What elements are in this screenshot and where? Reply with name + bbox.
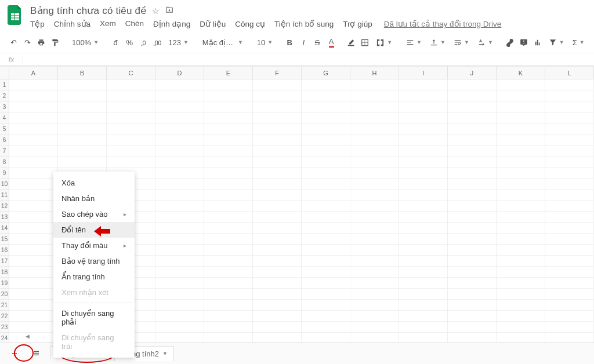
cell[interactable] bbox=[302, 79, 350, 90]
cell[interactable] bbox=[399, 112, 448, 123]
row-header[interactable]: 7 bbox=[0, 145, 9, 156]
text-rotation-icon[interactable]: ▼ bbox=[474, 35, 497, 49]
increase-decimal-icon[interactable]: .00→ bbox=[151, 35, 164, 49]
cell[interactable] bbox=[155, 300, 204, 311]
menu-insert[interactable]: Chèn bbox=[125, 19, 144, 28]
cell[interactable] bbox=[448, 156, 497, 168]
cell[interactable] bbox=[399, 134, 448, 145]
cell[interactable] bbox=[9, 201, 58, 212]
cell[interactable] bbox=[545, 267, 594, 278]
cell[interactable] bbox=[155, 223, 204, 234]
redo-icon[interactable]: ↷ bbox=[21, 35, 34, 49]
cell[interactable] bbox=[155, 112, 204, 123]
cell[interactable] bbox=[448, 322, 497, 333]
cell[interactable] bbox=[545, 311, 594, 322]
cell[interactable] bbox=[253, 190, 302, 201]
cell[interactable] bbox=[399, 145, 448, 156]
italic-icon[interactable]: I bbox=[297, 35, 310, 49]
column-header[interactable]: H bbox=[350, 67, 399, 79]
zoom-select[interactable]: 100%▼ bbox=[68, 35, 102, 49]
cell[interactable] bbox=[545, 245, 594, 256]
menu-data[interactable]: Dữ liệu bbox=[200, 19, 226, 28]
cell[interactable] bbox=[253, 212, 302, 223]
cell[interactable] bbox=[448, 179, 497, 190]
cell[interactable] bbox=[204, 79, 253, 90]
cell[interactable] bbox=[58, 79, 107, 90]
cell[interactable] bbox=[448, 245, 497, 256]
cell[interactable] bbox=[9, 223, 58, 234]
cell[interactable] bbox=[253, 245, 302, 256]
column-header[interactable]: E bbox=[204, 67, 253, 79]
column-header[interactable]: G bbox=[302, 67, 350, 79]
cell[interactable] bbox=[497, 267, 545, 278]
doc-title[interactable]: Bảng tính chưa có tiêu đề bbox=[30, 5, 146, 17]
cell[interactable] bbox=[350, 256, 399, 267]
cell[interactable] bbox=[9, 245, 58, 256]
column-header[interactable]: J bbox=[448, 67, 497, 79]
cell[interactable] bbox=[497, 256, 545, 267]
cell[interactable] bbox=[204, 101, 253, 112]
all-sheets-button[interactable]: ≡ bbox=[28, 345, 45, 362]
cell[interactable] bbox=[302, 134, 350, 145]
cell[interactable] bbox=[350, 123, 399, 134]
cell[interactable] bbox=[302, 234, 350, 245]
row-header[interactable]: 21 bbox=[0, 300, 9, 311]
cell[interactable] bbox=[302, 112, 350, 123]
cell[interactable] bbox=[253, 168, 302, 179]
cell[interactable] bbox=[9, 311, 58, 322]
cell[interactable] bbox=[497, 289, 545, 300]
menu-format[interactable]: Định dạng bbox=[153, 19, 190, 28]
cell[interactable] bbox=[302, 245, 350, 256]
cell[interactable] bbox=[448, 311, 497, 322]
context-menu-item[interactable]: Sao chép vào▸ bbox=[53, 206, 135, 222]
cell[interactable] bbox=[497, 168, 545, 179]
percent-icon[interactable]: % bbox=[123, 35, 136, 49]
cell[interactable] bbox=[350, 223, 399, 234]
cell[interactable] bbox=[253, 267, 302, 278]
cell[interactable] bbox=[399, 201, 448, 212]
cell[interactable] bbox=[302, 223, 350, 234]
row-header[interactable]: 19 bbox=[0, 278, 9, 289]
cell[interactable] bbox=[155, 234, 204, 245]
cell[interactable] bbox=[497, 90, 545, 101]
cell[interactable] bbox=[107, 79, 155, 90]
cell[interactable] bbox=[9, 267, 58, 278]
bold-icon[interactable]: B bbox=[283, 35, 296, 49]
decrease-decimal-icon[interactable]: .0← bbox=[137, 35, 150, 49]
cell[interactable] bbox=[9, 212, 58, 223]
row-header[interactable]: 1 bbox=[0, 79, 9, 90]
cell[interactable] bbox=[107, 90, 155, 101]
context-menu-item[interactable]: Xóa bbox=[53, 175, 135, 191]
cell[interactable] bbox=[545, 168, 594, 179]
column-header[interactable]: C bbox=[107, 67, 155, 79]
cell[interactable] bbox=[302, 201, 350, 212]
cell[interactable] bbox=[155, 256, 204, 267]
context-menu-item[interactable]: Di chuyển sang phải bbox=[53, 305, 135, 330]
cell[interactable] bbox=[350, 201, 399, 212]
add-sheet-button[interactable]: + bbox=[6, 345, 23, 362]
cell[interactable] bbox=[399, 322, 448, 333]
cell[interactable] bbox=[253, 289, 302, 300]
column-header[interactable]: A bbox=[9, 67, 58, 79]
cell[interactable] bbox=[204, 201, 253, 212]
link-icon[interactable] bbox=[504, 35, 516, 49]
cell[interactable] bbox=[9, 179, 58, 190]
cell[interactable] bbox=[350, 112, 399, 123]
cell[interactable] bbox=[497, 101, 545, 112]
font-family[interactable]: Mặc định (…▼ bbox=[199, 35, 247, 49]
cell[interactable] bbox=[399, 278, 448, 289]
cell[interactable] bbox=[107, 112, 155, 123]
cell[interactable] bbox=[302, 256, 350, 267]
v-align-icon[interactable]: ▼ bbox=[426, 35, 449, 49]
cell[interactable] bbox=[302, 311, 350, 322]
context-menu-item[interactable]: Bảo vệ trang tính bbox=[53, 253, 135, 269]
cell[interactable] bbox=[545, 322, 594, 333]
cell[interactable] bbox=[497, 156, 545, 168]
row-header[interactable]: 2 bbox=[0, 90, 9, 101]
context-menu-item[interactable]: Ẩn trang tính bbox=[53, 269, 135, 285]
row-header[interactable]: 3 bbox=[0, 101, 9, 112]
cell[interactable] bbox=[9, 190, 58, 201]
cell[interactable] bbox=[155, 201, 204, 212]
cell[interactable] bbox=[497, 190, 545, 201]
row-header[interactable]: 15 bbox=[0, 234, 9, 245]
